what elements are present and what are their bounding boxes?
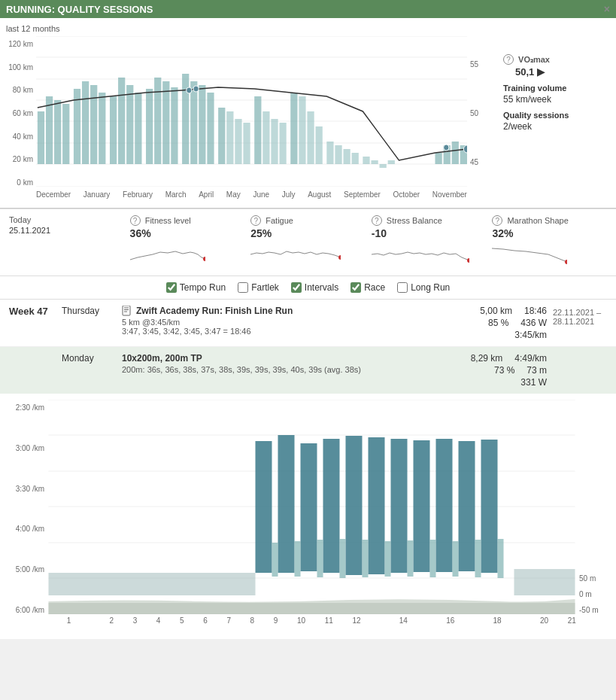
- fatigue-info-icon[interactable]: ?: [250, 215, 261, 226]
- stat-fatigue: ? Fatigue 25%: [244, 215, 366, 269]
- filter-intervals[interactable]: Intervals: [291, 282, 338, 293]
- vo2-info-icon[interactable]: ?: [503, 54, 514, 65]
- svg-rect-46: [380, 164, 387, 168]
- filter-long-run-checkbox[interactable]: [397, 282, 408, 293]
- filter-fartlek[interactable]: Fartlek: [238, 282, 279, 293]
- session2-title[interactable]: 10x200m, 200m TP: [122, 353, 202, 364]
- svg-point-59: [444, 145, 449, 151]
- filter-long-run-label: Long Run: [411, 282, 450, 293]
- svg-rect-98: [514, 569, 575, 595]
- svg-rect-31: [243, 123, 250, 164]
- chart-area: December January February March April Ma…: [36, 36, 467, 202]
- session1-details2: 3:47, 3:45, 3:42, 3:45, 3:47 = 18:46: [122, 327, 449, 336]
- sessions-section: Week 47 Thursday Zwift Academy Run: Fini…: [0, 300, 616, 394]
- filter-tempo-run[interactable]: Tempo Run: [166, 282, 226, 293]
- y-axis-left: 120 km 100 km 80 km 60 km 40 km 20 km 0 …: [6, 36, 36, 202]
- svg-rect-89: [340, 539, 346, 578]
- week-label: Week 47: [9, 306, 62, 317]
- right-panel: ? VO₂max 50,1 ▶ Training volume 55 km/we…: [497, 36, 610, 202]
- session1-time: 18:46: [524, 306, 547, 316]
- svg-rect-27: [207, 93, 214, 164]
- stress-info-icon[interactable]: ?: [372, 215, 382, 226]
- week-dates: 22.11.2021 –28.11.2021: [547, 308, 607, 326]
- svg-rect-44: [363, 157, 369, 164]
- bottom-x-axis: 1 2 3 4 5 6 7 8 9 10 11 12 14 16 18: [47, 616, 576, 625]
- svg-rect-90: [363, 540, 369, 577]
- stats-row: Today 25.11.2021 ? Fitness level 36% ? F…: [0, 208, 616, 275]
- bar-chart-svg: [36, 36, 467, 187]
- close-button[interactable]: ×: [604, 3, 610, 15]
- filter-race-label: Race: [364, 282, 385, 293]
- svg-rect-47: [388, 160, 395, 164]
- svg-rect-29: [226, 111, 233, 164]
- svg-rect-52: [435, 153, 442, 164]
- svg-rect-82: [414, 440, 430, 572]
- filter-tempo-label: Tempo Run: [180, 282, 226, 293]
- svg-rect-93: [430, 540, 436, 577]
- quality-sessions-label: Quality sessions: [503, 111, 604, 120]
- svg-rect-32: [254, 96, 261, 164]
- svg-rect-15: [99, 93, 105, 164]
- session2-intensity: 73 %: [494, 365, 514, 376]
- bottom-y-axis-right: 50 m 0 m -50 m: [576, 400, 610, 633]
- session1-power: 436 W: [520, 318, 547, 328]
- filter-long-run[interactable]: Long Run: [397, 282, 450, 293]
- bottom-chart-section: 2:30 /km 3:00 /km 3:30 /km 4:00 /km 5:00…: [0, 394, 616, 639]
- marathon-label: ? Marathon Shape: [492, 215, 601, 226]
- svg-point-60: [203, 257, 205, 261]
- session1-intensity: 85 %: [488, 318, 508, 328]
- svg-rect-35: [279, 123, 286, 164]
- fitness-sparkline: [130, 241, 205, 267]
- svg-rect-10: [54, 100, 61, 164]
- vo2-value: 50,1 ▶: [515, 66, 604, 78]
- today-date: 25.11.2021: [9, 226, 118, 235]
- stat-fitness: ? Fitness level 36%: [124, 215, 245, 269]
- svg-rect-14: [90, 85, 97, 164]
- svg-rect-26: [199, 85, 205, 164]
- svg-rect-22: [162, 81, 169, 164]
- session2-day: Monday: [62, 353, 122, 364]
- filter-fartlek-label: Fartlek: [251, 282, 279, 293]
- svg-rect-42: [343, 149, 350, 164]
- svg-rect-19: [135, 93, 141, 164]
- svg-rect-97: [49, 573, 256, 595]
- svg-rect-85: [481, 440, 498, 573]
- header-title: RUNNING: QUALITY SESSIONS: [6, 4, 153, 15]
- svg-rect-96: [498, 539, 504, 578]
- filter-fartlek-checkbox[interactable]: [238, 282, 248, 293]
- svg-rect-40: [326, 142, 333, 164]
- stat-today: Today 25.11.2021: [9, 215, 124, 269]
- svg-rect-83: [436, 439, 453, 572]
- bottom-y-axis-left: 2:30 /km 3:00 /km 3:30 /km 4:00 /km 5:00…: [6, 400, 47, 633]
- svg-rect-80: [369, 437, 385, 574]
- svg-rect-23: [171, 87, 178, 164]
- svg-rect-17: [118, 78, 125, 164]
- svg-rect-30: [235, 119, 241, 164]
- svg-rect-45: [371, 160, 378, 164]
- marathon-value: 32%: [492, 227, 601, 239]
- bottom-chart-area: 1 2 3 4 5 6 7 8 9 10 11 12 14 16 18: [47, 400, 576, 633]
- session1-distance: 5,00 km: [480, 306, 512, 316]
- fitness-label: ? Fitness level: [130, 215, 239, 226]
- svg-point-63: [565, 260, 567, 264]
- svg-rect-78: [323, 439, 340, 573]
- svg-rect-64: [123, 306, 130, 315]
- stress-label: ? Stress Balance: [372, 215, 481, 226]
- svg-rect-8: [38, 111, 44, 164]
- svg-rect-39: [316, 126, 323, 164]
- session2-power: 331 W: [520, 377, 547, 388]
- filter-race[interactable]: Race: [350, 282, 385, 293]
- fitness-info-icon[interactable]: ?: [130, 215, 141, 226]
- session1-title[interactable]: Zwift Academy Run: Finish Line Run: [136, 306, 293, 316]
- filter-intervals-checkbox[interactable]: [291, 282, 302, 293]
- filter-intervals-label: Intervals: [305, 282, 338, 293]
- svg-rect-21: [154, 78, 161, 164]
- filter-race-checkbox[interactable]: [350, 282, 361, 293]
- marathon-info-icon[interactable]: ?: [492, 215, 502, 226]
- filter-tempo-checkbox[interactable]: [166, 282, 177, 293]
- svg-rect-92: [408, 540, 414, 577]
- fatigue-sparkline: [250, 241, 341, 267]
- quality-sessions-value: 2/week: [503, 121, 604, 132]
- today-label: Today: [9, 215, 118, 224]
- svg-rect-87: [295, 541, 301, 577]
